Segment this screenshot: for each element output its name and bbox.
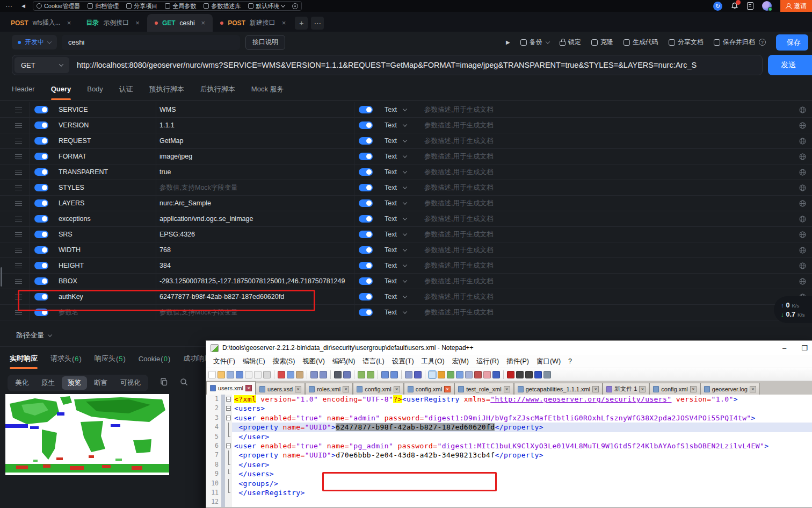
param-value-input[interactable]: 62477877-b98f-42ab-b827-187ed60620fd bbox=[156, 289, 354, 304]
param-enable-toggle[interactable] bbox=[30, 153, 53, 160]
param-send-toggle[interactable] bbox=[354, 168, 377, 176]
param-description-input[interactable]: 参数描述,用于生成文档 bbox=[424, 292, 793, 302]
param-name-input[interactable]: BBOX bbox=[53, 277, 156, 285]
param-value-input[interactable]: true bbox=[156, 164, 354, 180]
close-icon[interactable]: × bbox=[444, 386, 451, 392]
param-value-input[interactable]: 384 bbox=[156, 258, 354, 273]
menu-编码(N)[interactable]: 编码(N) bbox=[329, 357, 359, 366]
param-description-input[interactable]: 参数描述,用于生成文档 bbox=[424, 308, 793, 317]
param-enable-toggle[interactable] bbox=[30, 106, 53, 113]
fold-collapse-icon[interactable] bbox=[226, 443, 231, 448]
param-value-input[interactable]: EPSG:4326 bbox=[156, 227, 354, 242]
param-globe-icon[interactable] bbox=[793, 169, 812, 176]
tab-预执行脚本[interactable]: 预执行脚本 bbox=[149, 78, 184, 100]
param-send-toggle[interactable] bbox=[354, 215, 377, 223]
bookmark-margin[interactable] bbox=[221, 395, 225, 404]
param-enable-toggle[interactable] bbox=[30, 199, 53, 207]
file-tab[interactable]: config.xml× bbox=[353, 383, 404, 395]
fold-margin[interactable] bbox=[225, 460, 232, 469]
drag-handle[interactable] bbox=[0, 102, 30, 117]
bookmark-margin[interactable] bbox=[221, 423, 225, 432]
fold-margin[interactable] bbox=[225, 497, 232, 506]
bookmark-margin[interactable] bbox=[221, 497, 225, 506]
search-icon[interactable] bbox=[180, 378, 188, 388]
file-tab[interactable]: test_role_xml× bbox=[454, 383, 513, 395]
param-description-input[interactable]: 参数描述,用于生成文档 bbox=[424, 246, 793, 255]
param-value-input[interactable]: -293.12500078125,-127.18750078125001,246… bbox=[156, 274, 354, 289]
action-backup[interactable]: 备份 bbox=[520, 38, 549, 47]
doc-map-icon[interactable] bbox=[456, 371, 463, 378]
param-send-toggle[interactable] bbox=[354, 309, 377, 316]
param-name-input[interactable]: SRS bbox=[53, 231, 156, 238]
zoom-in-icon[interactable] bbox=[358, 371, 365, 378]
param-enable-toggle[interactable] bbox=[30, 309, 53, 316]
monitor-eye-icon[interactable] bbox=[492, 371, 500, 378]
drag-handle[interactable] bbox=[0, 133, 30, 148]
record-macro-icon[interactable] bbox=[507, 371, 514, 378]
param-globe-icon[interactable] bbox=[793, 153, 812, 160]
doc-switcher-icon[interactable] bbox=[465, 371, 473, 378]
param-description-input[interactable]: 参数描述,用于生成文档 bbox=[424, 152, 793, 161]
param-enable-toggle[interactable] bbox=[30, 293, 53, 300]
drag-handle[interactable] bbox=[0, 118, 30, 133]
param-name-input[interactable]: WIDTH bbox=[53, 246, 156, 254]
fold-margin[interactable] bbox=[225, 479, 232, 488]
bookmark-margin[interactable] bbox=[221, 413, 225, 423]
param-name-input[interactable]: 参数名 bbox=[53, 308, 156, 317]
param-value-input[interactable]: 768 bbox=[156, 242, 354, 257]
param-value-input[interactable]: 参数值,支持Mock字段变量 bbox=[156, 180, 354, 195]
param-description-input[interactable]: 参数描述,用于生成文档 bbox=[424, 121, 793, 130]
drag-handle[interactable] bbox=[0, 149, 30, 164]
param-type-select[interactable]: Text bbox=[377, 153, 424, 160]
param-type-select[interactable]: Text bbox=[377, 137, 424, 145]
param-description-input[interactable]: 参数描述,用于生成文档 bbox=[424, 214, 793, 224]
param-send-toggle[interactable] bbox=[354, 293, 377, 300]
param-value-input[interactable]: image/jpeg bbox=[156, 149, 354, 164]
viewer-tab-原生[interactable]: 原生 bbox=[35, 376, 61, 390]
close-all-icon[interactable] bbox=[254, 371, 262, 378]
drag-handle[interactable] bbox=[0, 305, 30, 320]
bookmark-margin[interactable] bbox=[221, 469, 225, 478]
param-value-input[interactable]: WMS bbox=[156, 102, 354, 117]
menu-视图(V)[interactable]: 视图(V) bbox=[299, 357, 329, 366]
param-enable-toggle[interactable] bbox=[30, 246, 53, 254]
new-file-icon[interactable] bbox=[208, 371, 216, 378]
drag-handle[interactable] bbox=[0, 164, 30, 180]
close-icon[interactable]: × bbox=[282, 19, 286, 27]
macro-icon[interactable] bbox=[438, 371, 445, 378]
api-doc-button[interactable]: 接口说明 bbox=[245, 35, 285, 50]
open-folder-icon[interactable] bbox=[218, 371, 225, 378]
fold-margin[interactable] bbox=[225, 441, 232, 450]
param-type-select[interactable]: Text bbox=[377, 246, 424, 254]
bookmark-margin[interactable] bbox=[221, 432, 225, 441]
close-icon[interactable]: × bbox=[592, 386, 599, 392]
viewer-tab-可视化[interactable]: 可视化 bbox=[114, 376, 147, 390]
param-name-input[interactable]: exceptions bbox=[53, 215, 156, 223]
bookmark-margin[interactable] bbox=[221, 404, 225, 413]
notepad-titlebar[interactable]: D:\tools\geoserver-2.21.2-bin\data_dir\s… bbox=[206, 341, 812, 355]
param-description-input[interactable]: 参数描述,用于生成文档 bbox=[424, 261, 793, 270]
topbar-item-globals[interactable]: 全局参数 bbox=[165, 2, 196, 10]
cut-icon[interactable] bbox=[278, 371, 285, 378]
sync-scroll-h-icon[interactable] bbox=[390, 371, 398, 378]
undo-icon[interactable] bbox=[310, 371, 318, 378]
fold-margin[interactable] bbox=[225, 395, 232, 404]
tab-more-button[interactable]: ⋯ bbox=[311, 17, 324, 30]
param-description-input[interactable]: 参数描述,用于生成文档 bbox=[424, 105, 793, 115]
param-type-select[interactable]: Text bbox=[377, 277, 424, 285]
save-macro-icon[interactable] bbox=[543, 371, 551, 378]
play-macro-icon[interactable] bbox=[525, 371, 533, 378]
response-tab-Cookie[interactable]: Cookie( 0 ) bbox=[139, 347, 170, 370]
param-name-input[interactable]: SERVICE bbox=[53, 106, 156, 113]
param-enable-toggle[interactable] bbox=[30, 184, 53, 191]
request-name-input[interactable]: ceshi bbox=[62, 35, 240, 50]
param-description-input[interactable]: 参数描述,用于生成文档 bbox=[424, 230, 793, 239]
fold-margin[interactable] bbox=[225, 488, 232, 497]
param-send-toggle[interactable] bbox=[354, 137, 377, 145]
menu-宏(M)[interactable]: 宏(M) bbox=[448, 357, 473, 366]
drag-handle[interactable] bbox=[0, 289, 30, 304]
topbar-item-share[interactable]: 分享项目 bbox=[126, 2, 157, 10]
topbar-item-clock[interactable]: Cookie管理器 bbox=[37, 2, 80, 10]
drag-handle[interactable] bbox=[0, 227, 30, 242]
function-list-icon[interactable] bbox=[447, 371, 454, 378]
